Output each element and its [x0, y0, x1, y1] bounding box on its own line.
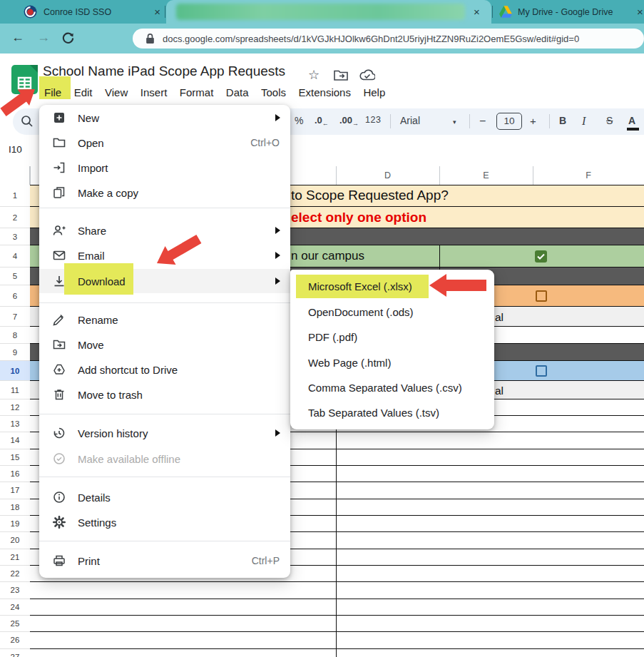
cell-text-row7[interactable]: al: [495, 311, 504, 324]
row-header-22[interactable]: 22: [0, 566, 30, 582]
move-icon: [53, 338, 66, 351]
menu-item-move-to-trash[interactable]: Move to trash: [39, 382, 290, 407]
row-header-17[interactable]: 17: [0, 482, 30, 499]
submenu-item-csv[interactable]: Comma Separated Values (.csv): [308, 375, 462, 399]
row-header-27[interactable]: 27: [0, 649, 30, 657]
row-header-21[interactable]: 21: [0, 549, 30, 566]
grid-vline-cd: [336, 416, 337, 657]
download-icon: [53, 275, 66, 287]
row-header-23[interactable]: 23: [0, 582, 30, 599]
menu-item-settings[interactable]: Settings: [39, 510, 290, 534]
row-header-4[interactable]: 4: [0, 245, 30, 268]
details-icon: [53, 491, 66, 504]
checkbox-checked[interactable]: [535, 250, 547, 263]
offline-icon: [53, 452, 66, 465]
submenu-item-pdf[interactable]: PDF (.pdf): [308, 325, 357, 349]
menu-divider: [39, 208, 290, 208]
menu-item-print[interactable]: PrintCtrl+P: [39, 549, 290, 573]
rename-icon: [53, 313, 66, 326]
menu-divider: [39, 302, 290, 303]
row-header-20[interactable]: 20: [0, 532, 30, 549]
row-24-band[interactable]: [30, 599, 644, 616]
row-header-15[interactable]: 15: [0, 449, 30, 466]
row-header-3[interactable]: 3: [0, 228, 30, 245]
menu-item-make-available-offline: Make available offline: [39, 447, 290, 471]
menu-item-move[interactable]: Move: [39, 332, 290, 357]
cell-text-row4[interactable]: n our campus: [291, 249, 364, 263]
checkbox-unchecked-orange[interactable]: [536, 290, 547, 302]
submenu-item-xlsx[interactable]: Microsoft Excel (.xlsx): [308, 274, 412, 298]
menu-item-download[interactable]: Download: [39, 269, 290, 293]
menu-item-share[interactable]: Share: [39, 218, 290, 243]
row-25-band[interactable]: [30, 616, 644, 632]
cell-text-row1[interactable]: to Scope Requested App?: [291, 188, 449, 203]
row-header-14[interactable]: 14: [0, 432, 30, 449]
drive-shortcut-icon: [53, 363, 66, 376]
row-header-9[interactable]: 9: [0, 344, 30, 361]
menu-item-open[interactable]: OpenCtrl+O: [39, 131, 290, 155]
row-header-5[interactable]: 5: [0, 268, 30, 285]
row-header-6[interactable]: 6: [0, 285, 30, 307]
menu-item-rename[interactable]: Rename: [39, 307, 290, 332]
row-header-24[interactable]: 24: [0, 599, 30, 616]
checkbox-unchecked-blue[interactable]: [536, 365, 547, 377]
menu-item-email[interactable]: Email: [39, 243, 290, 268]
menu-item-version-history[interactable]: Version history: [39, 421, 290, 445]
row-header-19[interactable]: 19: [0, 516, 30, 532]
row-header-16[interactable]: 16: [0, 466, 30, 482]
cell-text-row11[interactable]: al: [495, 384, 504, 397]
email-icon: [53, 249, 66, 262]
row-header-26[interactable]: 26: [0, 632, 30, 648]
new-icon: [53, 111, 66, 124]
share-icon: [53, 224, 66, 237]
download-submenu: Microsoft Excel (.xlsx) OpenDocument (.o…: [290, 270, 494, 429]
corner-box[interactable]: [0, 166, 30, 185]
row-header-8[interactable]: 8: [0, 327, 30, 344]
row-header-11[interactable]: 11: [0, 381, 30, 399]
row-header-25[interactable]: 25: [0, 616, 30, 632]
row-header-13[interactable]: 13: [0, 416, 30, 432]
name-box[interactable]: I10: [9, 144, 22, 155]
file-menu: New OpenCtrl+O Import Make a copy Share …: [39, 105, 290, 578]
open-icon: [53, 136, 66, 149]
copy-icon: [53, 186, 66, 199]
submenu-item-tsv[interactable]: Tab Separated Values (.tsv): [308, 400, 439, 424]
screenshot-root: Conroe ISD SSO × × My Drive - Google Dri…: [0, 0, 644, 657]
menu-item-new[interactable]: New: [39, 106, 290, 130]
menu-divider: [39, 477, 290, 477]
back-icon[interactable]: ←: [11, 30, 24, 45]
row-27-band[interactable]: [30, 649, 644, 657]
menu-item-details[interactable]: Details: [39, 485, 290, 509]
menu-divider: [39, 414, 290, 414]
menu-item-make-a-copy[interactable]: Make a copy: [39, 180, 290, 205]
settings-icon: [53, 516, 66, 529]
row-header-7[interactable]: 7: [0, 307, 30, 327]
submenu-item-ods[interactable]: OpenDocument (.ods): [308, 300, 414, 324]
row-header-12[interactable]: 12: [0, 399, 30, 416]
version-history-icon: [53, 427, 66, 439]
menu-divider: [39, 541, 290, 541]
trash-icon: [53, 388, 66, 401]
row-header-1[interactable]: 1: [0, 185, 30, 207]
row-26-band[interactable]: [30, 632, 644, 648]
menu-item-import[interactable]: Import: [39, 156, 290, 180]
row-header-18[interactable]: 18: [0, 499, 30, 516]
menu-item-add-shortcut[interactable]: Add shortcut to Drive: [39, 357, 290, 382]
row-header-10[interactable]: 10: [0, 361, 30, 381]
import-icon: [53, 161, 66, 174]
row-23-band[interactable]: [30, 582, 644, 599]
cell-text-row2[interactable]: elect only one option: [291, 210, 426, 225]
print-icon: [53, 554, 66, 567]
row-header-2[interactable]: 2: [0, 207, 30, 228]
submenu-item-html[interactable]: Web Page (.html): [308, 350, 391, 375]
